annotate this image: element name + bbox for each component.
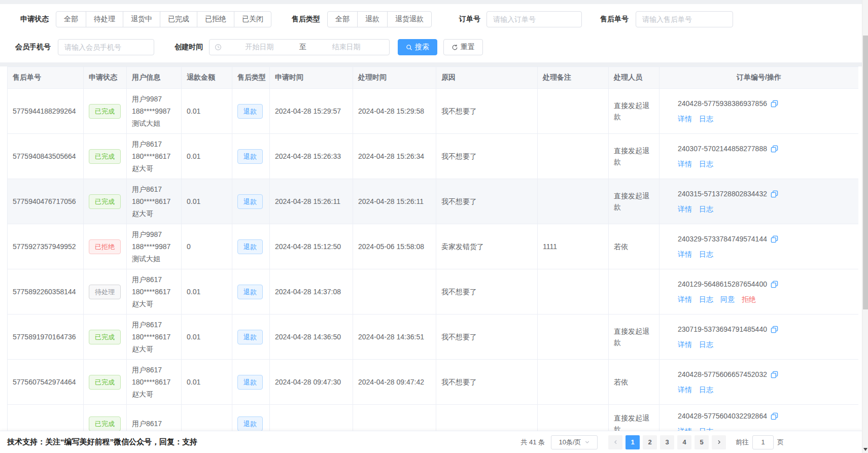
chevron-down-icon bbox=[584, 439, 590, 445]
page-button-3[interactable]: 3 bbox=[660, 435, 674, 449]
status-option-2[interactable]: 退货中 bbox=[123, 11, 160, 27]
status-option-5[interactable]: 已关闭 bbox=[234, 11, 271, 27]
type-option-1[interactable]: 退款 bbox=[357, 11, 388, 27]
order-no: 240428-5775604032292864 bbox=[678, 410, 767, 422]
action-link[interactable]: 日志 bbox=[699, 386, 713, 394]
order-no-line: 240428-5775938386937856 bbox=[678, 98, 853, 109]
action-link[interactable]: 详情 bbox=[678, 160, 692, 168]
user-info-line: 用户9987 bbox=[132, 93, 176, 105]
filter-panel: 申请状态 全部待处理退货中已完成已拒绝已关闭 售后类型 全部退款退货退款 订单号… bbox=[0, 4, 862, 62]
type-cell: 退款 bbox=[232, 179, 270, 224]
support-text: 技术支持：关注“编写美好前程”微信公众号，回复：支持 bbox=[7, 437, 197, 447]
order-no: 240329-5733784749574144 bbox=[678, 233, 767, 245]
copy-icon[interactable] bbox=[771, 190, 778, 198]
refund-amount-cell: 0 bbox=[182, 224, 232, 269]
after-sale-type-badge: 退款 bbox=[237, 194, 263, 209]
row-actions: 详情日志 bbox=[678, 158, 853, 169]
action-link[interactable]: 详情 bbox=[678, 340, 692, 349]
type-option-2[interactable]: 退货退款 bbox=[387, 11, 432, 27]
prev-page-button[interactable] bbox=[608, 435, 622, 449]
end-date-placeholder[interactable]: 结束日期 bbox=[308, 43, 384, 52]
order-no: 240307-5702144858277888 bbox=[678, 143, 767, 154]
reason-cell: 我不想要了 bbox=[436, 269, 538, 315]
user-info-line: 用户8617 bbox=[132, 417, 176, 430]
action-link[interactable]: 日志 bbox=[699, 205, 713, 213]
remark-cell bbox=[538, 315, 609, 360]
footer-bar: 技术支持：关注“编写美好前程”微信公众号，回复：支持 共 41 条 10条/页 … bbox=[0, 431, 862, 453]
user-info-line: 用户8617 bbox=[132, 138, 176, 150]
status-badge: 已完成 bbox=[89, 149, 121, 164]
page-button-5[interactable]: 5 bbox=[695, 435, 709, 449]
status-option-3[interactable]: 已完成 bbox=[160, 11, 197, 27]
action-link[interactable]: 详情 bbox=[678, 205, 692, 213]
user-info-line: 赵大哥 bbox=[132, 343, 176, 355]
copy-icon[interactable] bbox=[771, 412, 778, 420]
refund-amount-cell: 0.01 bbox=[182, 360, 232, 405]
column-header: 售后单号 bbox=[8, 67, 84, 89]
action-link[interactable]: 拒绝 bbox=[742, 295, 756, 303]
scrollbar-thumb[interactable] bbox=[863, 36, 868, 309]
pagination: 共 41 条 10条/页 12345 前往 页 bbox=[520, 435, 784, 449]
remark-cell bbox=[538, 360, 609, 405]
scroll-down-icon[interactable] bbox=[863, 448, 867, 451]
table-row: 5775892260358144待处理用户8617180****8617赵大哥0… bbox=[8, 269, 859, 315]
type-option-0[interactable]: 全部 bbox=[327, 11, 358, 27]
type-cell: 退款 bbox=[232, 89, 270, 134]
status-option-4[interactable]: 已拒绝 bbox=[197, 11, 234, 27]
action-link[interactable]: 日志 bbox=[699, 115, 713, 123]
status-option-0[interactable]: 全部 bbox=[56, 11, 86, 27]
action-link[interactable]: 日志 bbox=[699, 160, 713, 168]
status-filter-group: 全部待处理退货中已完成已拒绝已关闭 bbox=[56, 11, 271, 27]
order-no-line: 240428-5775606657452032 bbox=[678, 369, 853, 380]
copy-icon[interactable] bbox=[771, 326, 778, 333]
next-page-button[interactable] bbox=[712, 435, 726, 449]
order-no-line: 230719-5373694791485440 bbox=[678, 324, 853, 335]
page-size-value: 10条/页 bbox=[559, 438, 581, 447]
copy-icon[interactable] bbox=[771, 281, 778, 288]
action-link[interactable]: 日志 bbox=[699, 340, 713, 349]
member-phone-input[interactable] bbox=[58, 39, 154, 55]
row-actions: 详情日志 bbox=[678, 249, 853, 260]
page-button-1[interactable]: 1 bbox=[626, 435, 640, 449]
page-size-select[interactable]: 10条/页 bbox=[551, 435, 598, 449]
user-info-cell: 用户9987188****9987测试大姐 bbox=[127, 224, 182, 269]
copy-icon[interactable] bbox=[771, 100, 778, 108]
after-sale-no-input[interactable] bbox=[636, 11, 733, 27]
page-button-2[interactable]: 2 bbox=[643, 435, 657, 449]
order-no-input[interactable] bbox=[487, 11, 582, 27]
user-info-line: 用户8617 bbox=[132, 183, 176, 195]
copy-icon[interactable] bbox=[771, 145, 778, 153]
status-option-1[interactable]: 待处理 bbox=[86, 11, 123, 27]
handler-cell: 直接发起退款 bbox=[609, 89, 659, 134]
order-operation-cell: 230719-5373694791485440详情日志 bbox=[659, 315, 859, 360]
reason-cell: 我不想要了 bbox=[436, 179, 538, 224]
user-info-cell: 用户9987188****9987测试大姐 bbox=[127, 89, 182, 134]
status-cell: 已完成 bbox=[84, 134, 127, 179]
page-button-4[interactable]: 4 bbox=[677, 435, 691, 449]
order-no-label: 订单号 bbox=[459, 15, 480, 24]
after-sale-table: 售后单号申请状态用户信息退款金额售后类型申请时间处理时间原因处理备注处理人员订单… bbox=[7, 66, 858, 453]
action-link[interactable]: 详情 bbox=[678, 115, 692, 123]
start-date-placeholder[interactable]: 开始日期 bbox=[222, 43, 297, 52]
action-link[interactable]: 日志 bbox=[699, 250, 713, 258]
action-link[interactable]: 详情 bbox=[678, 250, 692, 258]
order-operation-cell: 240307-5702144858277888详情日志 bbox=[659, 134, 859, 179]
refund-amount-cell: 0.01 bbox=[182, 134, 232, 179]
after-sale-type-badge: 退款 bbox=[237, 330, 263, 344]
column-header: 原因 bbox=[436, 67, 538, 89]
action-link[interactable]: 详情 bbox=[678, 295, 692, 303]
refund-amount-cell: 0.01 bbox=[182, 89, 232, 134]
copy-icon[interactable] bbox=[771, 235, 778, 243]
jump-page-input[interactable] bbox=[752, 435, 774, 449]
order-no-line: 240129-5648615287654400 bbox=[678, 278, 853, 290]
action-link[interactable]: 同意 bbox=[720, 295, 735, 303]
order-no-line: 240307-5702144858277888 bbox=[678, 143, 853, 154]
search-button[interactable]: 搜索 bbox=[398, 39, 437, 55]
copy-icon[interactable] bbox=[771, 371, 778, 378]
create-time-range-picker[interactable]: 开始日期 至 结束日期 bbox=[209, 39, 390, 55]
user-info-line: 188****9987 bbox=[132, 240, 176, 253]
after-sale-no-cell: 5775891970164736 bbox=[8, 315, 84, 360]
action-link[interactable]: 日志 bbox=[699, 295, 713, 303]
action-link[interactable]: 详情 bbox=[678, 386, 692, 394]
reset-button[interactable]: 重置 bbox=[443, 39, 483, 55]
